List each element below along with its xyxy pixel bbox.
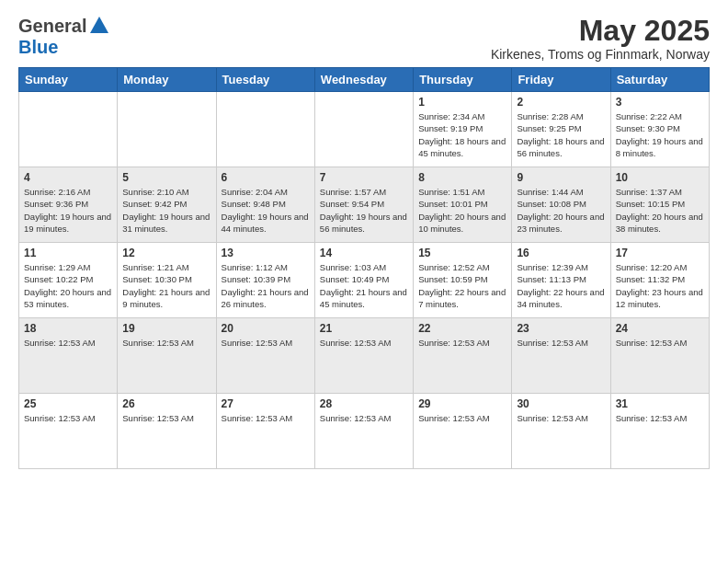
calendar-cell <box>19 92 118 167</box>
day-number: 29 <box>418 397 506 410</box>
calendar-cell: 21Sunrise: 12:53 AM <box>314 318 413 394</box>
day-number: 25 <box>24 397 112 410</box>
day-info: Sunrise: 12:53 AM <box>24 412 112 424</box>
calendar-cell: 23Sunrise: 12:53 AM <box>512 318 610 394</box>
header: General Blue May 2025 Kirkenes, Troms og… <box>18 15 710 62</box>
day-info: Sunrise: 12:53 AM <box>616 412 704 424</box>
calendar-cell: 11Sunrise: 1:29 AM Sunset: 10:22 PM Dayl… <box>19 243 118 318</box>
day-info: Sunrise: 2:10 AM Sunset: 9:42 PM Dayligh… <box>122 186 210 235</box>
day-number: 6 <box>222 171 310 184</box>
calendar-week-4: 18Sunrise: 12:53 AM19Sunrise: 12:53 AM20… <box>19 318 710 394</box>
calendar-cell: 24Sunrise: 12:53 AM <box>610 318 709 394</box>
title-section: May 2025 Kirkenes, Troms og Finnmark, No… <box>491 15 710 62</box>
calendar: SundayMondayTuesdayWednesdayThursdayFrid… <box>18 67 710 469</box>
calendar-cell: 2Sunrise: 2:28 AM Sunset: 9:25 PM Daylig… <box>512 92 610 167</box>
calendar-cell: 7Sunrise: 1:57 AM Sunset: 9:54 PM Daylig… <box>314 167 413 243</box>
calendar-cell: 14Sunrise: 1:03 AM Sunset: 10:49 PM Dayl… <box>314 243 413 318</box>
day-header-thursday: Thursday <box>414 68 512 92</box>
logo-blue-text: Blue <box>18 37 58 57</box>
day-info: Sunrise: 1:44 AM Sunset: 10:08 PM Daylig… <box>517 186 605 235</box>
day-number: 13 <box>222 247 310 259</box>
day-number: 18 <box>24 322 112 335</box>
day-header-tuesday: Tuesday <box>216 68 314 92</box>
calendar-cell: 18Sunrise: 12:53 AM <box>19 318 118 394</box>
day-info: Sunrise: 1:21 AM Sunset: 10:30 PM Daylig… <box>122 261 210 310</box>
day-number: 11 <box>24 247 112 259</box>
calendar-cell: 19Sunrise: 12:53 AM <box>118 318 216 394</box>
day-info: Sunrise: 12:53 AM <box>616 337 704 349</box>
day-info: Sunrise: 1:37 AM Sunset: 10:15 PM Daylig… <box>616 186 704 235</box>
day-info: Sunrise: 12:53 AM <box>122 412 210 424</box>
day-header-friday: Friday <box>512 68 610 92</box>
day-info: Sunrise: 12:53 AM <box>517 412 605 424</box>
calendar-cell: 12Sunrise: 1:21 AM Sunset: 10:30 PM Dayl… <box>118 243 216 318</box>
day-number: 8 <box>418 171 506 184</box>
day-info: Sunrise: 2:22 AM Sunset: 9:30 PM Dayligh… <box>616 110 704 159</box>
calendar-cell: 5Sunrise: 2:10 AM Sunset: 9:42 PM Daylig… <box>118 167 216 243</box>
day-number: 24 <box>616 322 704 335</box>
calendar-cell: 17Sunrise: 12:20 AM Sunset: 11:32 PM Day… <box>610 243 709 318</box>
day-header-wednesday: Wednesday <box>314 68 413 92</box>
calendar-cell: 3Sunrise: 2:22 AM Sunset: 9:30 PM Daylig… <box>610 92 709 167</box>
day-number: 16 <box>517 247 605 259</box>
location: Kirkenes, Troms og Finnmark, Norway <box>491 47 710 62</box>
logo-general-text: General <box>18 16 86 37</box>
day-number: 9 <box>517 171 605 184</box>
calendar-cell: 25Sunrise: 12:53 AM <box>19 394 118 469</box>
day-number: 21 <box>320 322 408 335</box>
day-header-sunday: Sunday <box>19 68 118 92</box>
day-info: Sunrise: 12:52 AM Sunset: 10:59 PM Dayli… <box>418 261 506 310</box>
day-info: Sunrise: 2:34 AM Sunset: 9:19 PM Dayligh… <box>418 110 506 159</box>
day-info: Sunrise: 12:20 AM Sunset: 11:32 PM Dayli… <box>616 261 704 310</box>
logo-icon <box>88 15 110 37</box>
calendar-cell: 1Sunrise: 2:34 AM Sunset: 9:19 PM Daylig… <box>414 92 512 167</box>
day-number: 15 <box>418 247 506 259</box>
day-number: 28 <box>320 397 408 410</box>
day-info: Sunrise: 12:53 AM <box>418 337 506 349</box>
page: General Blue May 2025 Kirkenes, Troms og… <box>0 0 728 563</box>
day-number: 3 <box>616 96 704 109</box>
calendar-cell: 30Sunrise: 12:53 AM <box>512 394 610 469</box>
calendar-cell: 16Sunrise: 12:39 AM Sunset: 11:13 PM Day… <box>512 243 610 318</box>
calendar-week-1: 1Sunrise: 2:34 AM Sunset: 9:19 PM Daylig… <box>19 92 710 167</box>
day-info: Sunrise: 12:53 AM <box>320 412 408 424</box>
day-info: Sunrise: 12:39 AM Sunset: 11:13 PM Dayli… <box>517 261 605 310</box>
calendar-cell: 15Sunrise: 12:52 AM Sunset: 10:59 PM Day… <box>414 243 512 318</box>
calendar-cell: 9Sunrise: 1:44 AM Sunset: 10:08 PM Dayli… <box>512 167 610 243</box>
day-info: Sunrise: 1:29 AM Sunset: 10:22 PM Daylig… <box>24 261 112 310</box>
calendar-cell: 22Sunrise: 12:53 AM <box>414 318 512 394</box>
calendar-cell: 6Sunrise: 2:04 AM Sunset: 9:48 PM Daylig… <box>216 167 314 243</box>
calendar-cell: 4Sunrise: 2:16 AM Sunset: 9:36 PM Daylig… <box>19 167 118 243</box>
day-info: Sunrise: 12:53 AM <box>24 337 112 349</box>
day-number: 17 <box>616 247 704 259</box>
day-info: Sunrise: 1:12 AM Sunset: 10:39 PM Daylig… <box>222 261 310 310</box>
calendar-cell: 20Sunrise: 12:53 AM <box>216 318 314 394</box>
logo: General Blue <box>18 15 112 58</box>
day-number: 26 <box>122 397 210 410</box>
calendar-week-2: 4Sunrise: 2:16 AM Sunset: 9:36 PM Daylig… <box>19 167 710 243</box>
calendar-cell: 26Sunrise: 12:53 AM <box>118 394 216 469</box>
month-year: May 2025 <box>491 15 710 47</box>
day-number: 2 <box>517 96 605 109</box>
day-info: Sunrise: 2:28 AM Sunset: 9:25 PM Dayligh… <box>517 110 605 159</box>
day-number: 4 <box>24 171 112 184</box>
day-number: 27 <box>222 397 310 410</box>
calendar-cell: 31Sunrise: 12:53 AM <box>610 394 709 469</box>
day-info: Sunrise: 1:03 AM Sunset: 10:49 PM Daylig… <box>320 261 408 310</box>
calendar-cell <box>118 92 216 167</box>
day-info: Sunrise: 12:53 AM <box>222 412 310 424</box>
day-header-monday: Monday <box>118 68 216 92</box>
day-number: 14 <box>320 247 408 259</box>
calendar-week-3: 11Sunrise: 1:29 AM Sunset: 10:22 PM Dayl… <box>19 243 710 318</box>
day-number: 12 <box>122 247 210 259</box>
day-info: Sunrise: 12:53 AM <box>517 337 605 349</box>
calendar-cell <box>314 92 413 167</box>
day-number: 7 <box>320 171 408 184</box>
day-info: Sunrise: 2:16 AM Sunset: 9:36 PM Dayligh… <box>24 186 112 235</box>
calendar-cell: 28Sunrise: 12:53 AM <box>314 394 413 469</box>
day-number: 23 <box>517 322 605 335</box>
day-number: 5 <box>122 171 210 184</box>
calendar-cell: 29Sunrise: 12:53 AM <box>414 394 512 469</box>
day-info: Sunrise: 1:57 AM Sunset: 9:54 PM Dayligh… <box>320 186 408 235</box>
day-info: Sunrise: 12:53 AM <box>418 412 506 424</box>
